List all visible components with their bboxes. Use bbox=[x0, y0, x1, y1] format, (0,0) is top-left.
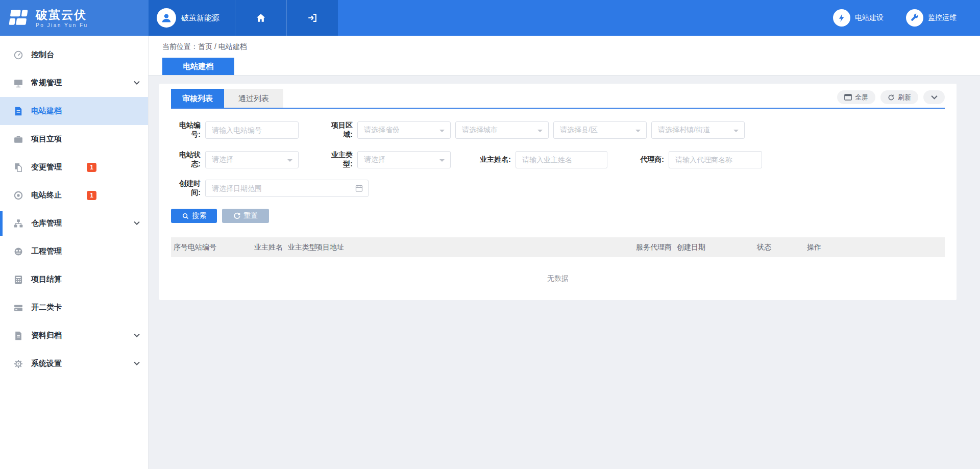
station-status-label: 电站状态: bbox=[171, 151, 205, 169]
created-time-label: 创建时间: bbox=[171, 179, 205, 198]
breadcrumb-path: 首页 / 电站建档 bbox=[198, 42, 247, 51]
region-label: 项目区域: bbox=[325, 121, 357, 139]
page-tab-station-filing[interactable]: 电站建档 bbox=[162, 58, 234, 75]
nav-label: 监控运维 bbox=[928, 13, 957, 22]
breadcrumb-bar: 当前位置：首页 / 电站建档 电站建档 bbox=[149, 36, 980, 76]
station-status-select[interactable]: 请选择 bbox=[205, 151, 299, 168]
agent-input[interactable] bbox=[669, 151, 762, 168]
chevron-down-icon bbox=[931, 95, 938, 100]
briefcase-icon bbox=[13, 134, 23, 144]
col-seq: 序号 bbox=[171, 243, 188, 252]
sidebar-item-system-settings[interactable]: 系统设置 bbox=[0, 350, 148, 378]
county-select[interactable]: 请选择县/区 bbox=[553, 121, 647, 139]
filter-form: 电站编号: 项目区域: 请选择省份 请选择城市 请选择县/区 请选择村镇/街道 … bbox=[171, 109, 945, 197]
town-select[interactable]: 请选择村镇/街道 bbox=[651, 121, 745, 139]
sidebar: 控制台 常规管理 电站建档 项目立项 bbox=[0, 36, 149, 469]
dashboard-icon bbox=[13, 50, 23, 60]
header-dark-section: 破茧新能源 bbox=[149, 0, 338, 36]
fullscreen-button[interactable]: 全屏 bbox=[837, 90, 875, 104]
province-select[interactable]: 请选择省份 bbox=[357, 121, 451, 139]
avatar bbox=[157, 8, 176, 28]
sidebar-item-dashboard[interactable]: 控制台 bbox=[0, 41, 148, 69]
sidebar-item-engineering-mgmt[interactable]: 工程管理 bbox=[0, 237, 148, 265]
user-menu[interactable]: 破茧新能源 bbox=[149, 0, 235, 36]
logout-button[interactable] bbox=[286, 0, 338, 36]
main-area: 当前位置：首页 / 电站建档 电站建档 审核列表 通过列表 全屏 bbox=[149, 36, 980, 469]
app-title: 破茧云伏 bbox=[36, 8, 88, 21]
search-icon bbox=[182, 212, 189, 220]
col-station-no: 电站编号 bbox=[188, 243, 254, 252]
tab-approved-list[interactable]: 通过列表 bbox=[224, 89, 283, 108]
owner-type-label: 业主类型: bbox=[325, 151, 357, 169]
station-filing-card: 审核列表 通过列表 全屏 刷新 bbox=[159, 84, 957, 300]
station-no-input[interactable] bbox=[205, 121, 299, 139]
lightning-icon bbox=[837, 13, 847, 23]
person-icon bbox=[160, 12, 173, 24]
sidebar-item-project-initiation[interactable]: 项目立项 bbox=[0, 125, 148, 153]
sitemap-icon bbox=[13, 218, 23, 229]
chevron-down-icon bbox=[134, 333, 140, 337]
monitor-icon bbox=[13, 78, 23, 88]
refresh-icon bbox=[888, 94, 895, 101]
sidebar-item-station-filing[interactable]: 电站建档 bbox=[0, 97, 148, 125]
gauge-icon bbox=[13, 246, 23, 257]
active-indicator-bar bbox=[0, 211, 3, 236]
col-service-agent: 服务代理商 bbox=[636, 243, 677, 252]
sidebar-item-general-mgmt[interactable]: 常规管理 bbox=[0, 69, 148, 97]
nav-monitor-ops[interactable]: 监控运维 bbox=[906, 9, 957, 27]
app-logo: 破茧云伏 Po Jian Yun Fu bbox=[0, 0, 149, 36]
chevron-down-icon bbox=[134, 81, 140, 85]
sidebar-item-change-mgmt[interactable]: 变更管理 1 bbox=[0, 153, 148, 181]
breadcrumb: 当前位置：首页 / 电站建档 bbox=[149, 36, 980, 52]
empty-state: 无数据 bbox=[171, 257, 945, 300]
sidebar-item-project-settlement[interactable]: 项目结算 bbox=[0, 265, 148, 293]
owner-name-input[interactable] bbox=[516, 151, 607, 168]
collapse-button[interactable] bbox=[923, 90, 945, 104]
chevron-down-icon bbox=[134, 221, 140, 225]
reset-button[interactable]: 重置 bbox=[222, 209, 269, 223]
table-header: 序号 电站编号 业主姓名 业主类型 项目地址 服务代理商 创建日期 状态 操作 bbox=[171, 237, 945, 257]
sign-in-icon bbox=[307, 12, 318, 23]
company-name: 破茧新能源 bbox=[181, 13, 219, 23]
chevron-down-icon bbox=[134, 361, 140, 365]
calculator-icon bbox=[13, 275, 23, 285]
owner-type-select[interactable]: 请选择 bbox=[357, 151, 451, 168]
fullscreen-icon bbox=[844, 94, 852, 101]
date-range-input[interactable] bbox=[205, 180, 369, 197]
filter-actions: 搜索 重置 bbox=[171, 209, 945, 223]
badge-count: 1 bbox=[87, 191, 96, 200]
home-icon bbox=[255, 12, 266, 23]
col-owner-type: 业主类型 bbox=[288, 243, 315, 252]
city-select[interactable]: 请选择城市 bbox=[455, 121, 549, 139]
app-header: 破茧云伏 Po Jian Yun Fu 破茧新能源 bbox=[0, 0, 980, 36]
search-button[interactable]: 搜索 bbox=[171, 209, 217, 223]
sidebar-item-open-type2-card[interactable]: 开二类卡 bbox=[0, 293, 148, 322]
list-tabs: 审核列表 通过列表 全屏 刷新 bbox=[171, 84, 945, 109]
col-project-address: 项目地址 bbox=[315, 243, 636, 252]
sidebar-item-warehouse-mgmt[interactable]: 仓库管理 bbox=[0, 209, 148, 237]
card-icon bbox=[13, 303, 23, 313]
sidebar-item-data-archive[interactable]: 资料归档 bbox=[0, 322, 148, 350]
station-no-label: 电站编号: bbox=[171, 121, 205, 139]
refresh-button[interactable]: 刷新 bbox=[880, 90, 918, 104]
reset-icon bbox=[233, 212, 241, 220]
gear-icon bbox=[13, 359, 23, 369]
card-toolbar: 全屏 刷新 bbox=[837, 90, 945, 104]
header-nav: 电站建设 监控运维 bbox=[338, 0, 980, 36]
badge-count: 1 bbox=[87, 163, 96, 172]
pages-icon bbox=[13, 162, 23, 172]
col-created-date: 创建日期 bbox=[677, 243, 757, 252]
content-area: 审核列表 通过列表 全屏 刷新 bbox=[149, 76, 980, 469]
sidebar-item-station-termination[interactable]: 电站终止 1 bbox=[0, 181, 148, 209]
col-actions: 操作 bbox=[807, 243, 945, 252]
logo-mark-icon bbox=[8, 7, 30, 29]
owner-name-label: 业主姓名: bbox=[479, 155, 516, 164]
agent-label: 代理商: bbox=[632, 155, 669, 164]
app-subtitle: Po Jian Yun Fu bbox=[36, 22, 88, 28]
target-icon bbox=[13, 190, 23, 201]
tab-review-list[interactable]: 审核列表 bbox=[171, 89, 224, 108]
nav-station-build[interactable]: 电站建设 bbox=[833, 9, 884, 27]
archive-icon bbox=[13, 331, 23, 341]
home-button[interactable] bbox=[235, 0, 286, 36]
breadcrumb-prefix: 当前位置： bbox=[162, 42, 198, 51]
